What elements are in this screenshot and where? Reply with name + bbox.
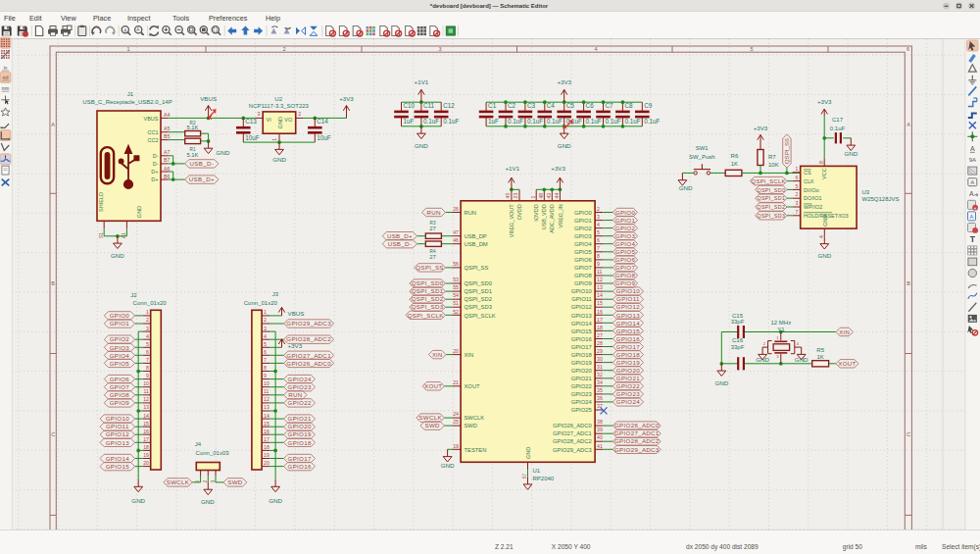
svg-text:GPIO17: GPIO17	[288, 455, 312, 462]
svg-text:Conn_01x20: Conn_01x20	[133, 300, 168, 306]
svg-text:GPIO5: GPIO5	[615, 248, 636, 255]
svg-text:GND: GND	[822, 215, 828, 227]
svg-text:RUN: RUN	[465, 210, 477, 216]
svg-text:GPIO4: GPIO4	[615, 240, 636, 247]
svg-text:29: 29	[597, 348, 603, 354]
svg-text:GPIO23: GPIO23	[288, 383, 312, 390]
svg-text:GPIO7: GPIO7	[110, 383, 130, 390]
svg-text:B5: B5	[164, 133, 170, 139]
svg-text:QSPI_SS: QSPI_SS	[465, 265, 489, 271]
svg-text:16: 16	[597, 309, 603, 315]
svg-text:W25Q128JVS: W25Q128JVS	[862, 196, 900, 202]
svg-text:GND: GND	[714, 379, 728, 386]
svg-text:DI/IOo: DI/IOo	[804, 187, 819, 193]
svg-text:QSPI_SD1: QSPI_SD1	[757, 195, 785, 201]
svg-text:GND: GND	[217, 149, 230, 156]
svg-text:GPIO21: GPIO21	[616, 375, 640, 381]
svg-text:1: 1	[264, 309, 267, 315]
svg-text:4: 4	[818, 235, 824, 238]
svg-text:GPIO27_ADC1: GPIO27_ADC1	[614, 429, 660, 436]
svg-text:14: 14	[597, 292, 603, 298]
svg-text:GND: GND	[558, 142, 571, 149]
svg-text:VI: VI	[267, 117, 272, 123]
svg-text:1: 1	[146, 309, 149, 315]
svg-text:8: 8	[264, 365, 267, 371]
svg-text:GND: GND	[111, 252, 124, 259]
svg-text:QSPI_SD1: QSPI_SD1	[465, 288, 492, 294]
svg-text:5: 5	[597, 229, 600, 235]
svg-text:GPIO13: GPIO13	[106, 439, 129, 446]
svg-text:38: 38	[597, 419, 603, 425]
svg-text:+1V1: +1V1	[415, 78, 429, 85]
svg-text:7: 7	[597, 245, 600, 251]
svg-text:GPIO2: GPIO2	[110, 335, 130, 342]
svg-text:C: C	[906, 431, 910, 437]
svg-text:GPIO18: GPIO18	[288, 439, 312, 446]
svg-text:VREG_VOUT: VREG_VOUT	[509, 204, 514, 238]
svg-text:ADC_AVDD: ADC_AVDD	[550, 204, 556, 233]
svg-text:4: 4	[597, 222, 600, 227]
svg-text:A6: A6	[164, 166, 170, 172]
svg-text:GPIO13: GPIO13	[571, 313, 592, 319]
svg-text:mm: mm	[2, 86, 10, 91]
svg-text:39: 39	[597, 427, 603, 432]
svg-text:18: 18	[143, 444, 149, 450]
svg-text:GPIO0: GPIO0	[615, 209, 636, 216]
svg-text:*devboard [devboard] — Schemat: *devboard [devboard] — Schematic Editor	[430, 3, 549, 9]
svg-text:5: 5	[796, 183, 799, 189]
svg-text:USB_D+: USB_D+	[387, 232, 413, 239]
svg-text:SWD: SWD	[227, 478, 243, 485]
svg-text:17: 17	[597, 317, 603, 323]
svg-text:C5: C5	[566, 102, 575, 109]
svg-text:GND: GND	[525, 447, 531, 459]
svg-text:17: 17	[143, 436, 149, 442]
svg-text:GPIO7: GPIO7	[574, 265, 592, 271]
svg-text:Select item(s): Select item(s)	[942, 543, 980, 551]
svg-text:GPIO16: GPIO16	[288, 463, 312, 470]
svg-text:12 MHz: 12 MHz	[770, 320, 791, 326]
svg-text:19: 19	[143, 452, 149, 458]
svg-text:J2: J2	[130, 292, 137, 298]
svg-text:GPIO20: GPIO20	[288, 423, 312, 429]
svg-text:QSPI_SCLK: QSPI_SCLK	[408, 312, 445, 319]
svg-text:45: 45	[505, 193, 511, 199]
svg-text:18: 18	[264, 444, 270, 450]
svg-text:XOUT: XOUT	[838, 360, 856, 367]
svg-text:USB_D+: USB_D+	[189, 176, 215, 182]
svg-text:CC2: CC2	[147, 137, 158, 143]
svg-text:SWCLK: SWCLK	[465, 415, 485, 421]
svg-text:GPIO14: GPIO14	[106, 455, 129, 462]
svg-text:17: 17	[264, 436, 270, 442]
svg-text:+: +	[974, 206, 977, 211]
svg-text:GPIO20: GPIO20	[571, 368, 592, 374]
svg-text:2: 2	[202, 479, 208, 482]
svg-text:VBUS: VBUS	[200, 95, 217, 102]
svg-text:GPIO12: GPIO12	[616, 303, 640, 310]
svg-text:B: B	[906, 280, 910, 286]
svg-text:3: 3	[258, 111, 261, 117]
svg-text:GPIO7: GPIO7	[615, 264, 636, 271]
svg-text:8: 8	[597, 253, 600, 259]
svg-text:4: 4	[146, 333, 149, 339]
svg-text:C13: C13	[245, 118, 257, 125]
svg-text:21: 21	[453, 379, 459, 385]
svg-text:A: A	[906, 122, 910, 127]
svg-text:GPIO4: GPIO4	[574, 241, 592, 247]
svg-text:GPIO19: GPIO19	[288, 430, 312, 437]
svg-text:GPIO21: GPIO21	[288, 415, 312, 422]
svg-text:10K: 10K	[768, 162, 779, 168]
svg-text:GPIO9: GPIO9	[110, 399, 130, 406]
svg-text:GPIO4: GPIO4	[110, 352, 130, 359]
svg-text:2: 2	[282, 46, 285, 52]
svg-text:GPIO11: GPIO11	[571, 296, 592, 302]
svg-text:GPIO21: GPIO21	[571, 376, 592, 381]
svg-text:GPIO9: GPIO9	[574, 280, 592, 286]
svg-text:46: 46	[453, 237, 459, 243]
svg-text:XIN: XIN	[839, 329, 850, 335]
svg-text:GPIO24: GPIO24	[616, 398, 640, 405]
svg-text:Preferences: Preferences	[209, 14, 248, 23]
svg-text:GPIO12: GPIO12	[571, 304, 592, 310]
svg-text:20: 20	[264, 460, 270, 466]
svg-text:QSPI_SD0: QSPI_SD0	[757, 187, 785, 193]
svg-text:C15: C15	[732, 313, 744, 319]
